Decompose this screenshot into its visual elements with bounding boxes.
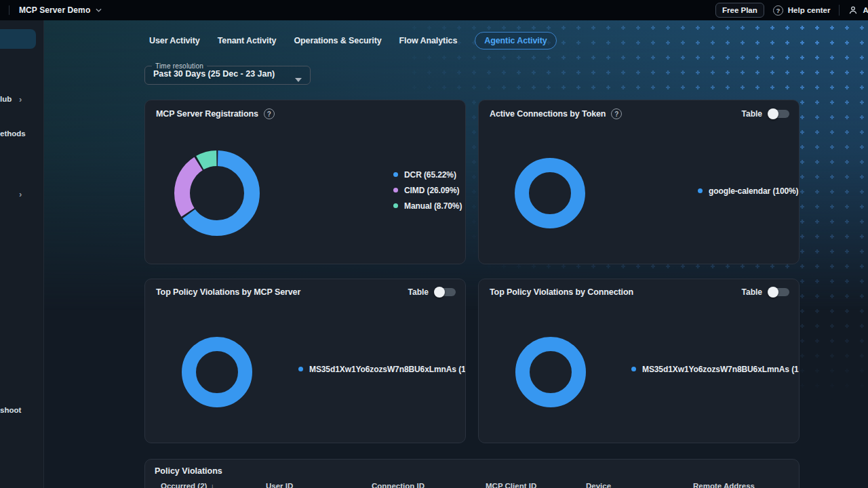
topbar: MCP Server Demo Free Plan ? Help center … [0, 0, 868, 20]
legend-item: google-calendar (100%) [698, 186, 799, 196]
legend-label: google-calendar (100%) [709, 186, 799, 196]
card-top-policy-violations-by-connection: Top Policy Violations by Connection Tabl… [478, 279, 800, 443]
sort-desc-icon: ↓ [210, 482, 214, 488]
donut-chart [173, 149, 261, 237]
sidebar-item-troubleshoot[interactable]: shoot [0, 406, 21, 414]
analytics-tabs: User Activity Tenant Activity Operations… [149, 31, 557, 50]
card-title: MCP Server Registrations [156, 109, 258, 119]
free-plan-badge[interactable]: Free Plan [715, 3, 764, 18]
legend-label: DCR (65.22%) [404, 170, 456, 180]
column-header-remote-address[interactable]: Remote Address [693, 482, 755, 488]
table-toggle-switch[interactable] [435, 288, 456, 296]
legend-label: MS35d1Xw1Yo6zozsW7n8BU6xLmnAs (100%) [309, 365, 466, 374]
legend-item: CIMD (26.09%) [393, 185, 462, 195]
table-toggle-group: Table [742, 109, 789, 119]
sidebar-item-chevron-icon[interactable]: › [19, 190, 22, 199]
table-toggle-label: Table [408, 287, 429, 297]
table-toggle-group: Table [408, 287, 456, 297]
app-shell: lub › ethods › shoot User [0, 20, 868, 488]
card-title: Active Connections by Token [490, 109, 606, 119]
legend-dot [298, 367, 303, 371]
switch-knob [434, 287, 445, 298]
table-title: Policy Violations [155, 466, 222, 476]
legend-dot [698, 188, 703, 193]
topbar-left-divider [9, 5, 9, 15]
sidebar-item-hub[interactable]: lub [0, 95, 12, 103]
topbar-right: Free Plan ? Help center Abhishe [715, 0, 868, 20]
legend-dot [393, 188, 398, 192]
chart-legend: MS35d1Xw1Yo6zozsW7n8BU6xLmnAs (100%) [298, 364, 466, 380]
time-resolution-value: Past 30 Days (25 Dec - 23 Jan) [153, 69, 310, 79]
table-toggle-group: Table [742, 287, 789, 297]
switch-knob [768, 287, 778, 298]
sidebar: lub › ethods › shoot [0, 20, 44, 488]
table-header-row: Occurred (2)↓ User ID Connection ID MCP … [145, 482, 799, 488]
card-mcp-server-registrations: MCP Server Registrations ? DCR (65.22%) … [144, 100, 466, 264]
card-header: Active Connections by Token ? Table [490, 108, 789, 119]
time-resolution-select[interactable]: Time resolution Past 30 Days (25 Dec - 2… [144, 62, 311, 85]
card-policy-violations-table: Policy Violations Occurred (2)↓ User ID … [144, 459, 800, 488]
column-header-device[interactable]: Device [586, 482, 611, 488]
table-toggle-switch[interactable] [769, 110, 789, 118]
help-center-button[interactable]: ? Help center [773, 5, 831, 16]
card-title: Top Policy Violations by MCP Server [156, 287, 300, 297]
table-toggle-switch[interactable] [769, 288, 789, 296]
legend-label: CIMD (26.09%) [404, 186, 459, 195]
legend-dot [393, 172, 398, 177]
card-top-policy-violations-by-mcp-server: Top Policy Violations by MCP Server Tabl… [144, 279, 466, 443]
tab-agentic-activity[interactable]: Agentic Activity [475, 32, 556, 49]
select-caret-icon [295, 78, 302, 82]
chart-legend: google-calendar (100%) [698, 186, 799, 201]
card-header: Top Policy Violations by MCP Server Tabl… [156, 287, 456, 297]
tab-user-activity[interactable]: User Activity [149, 36, 200, 45]
card-header: MCP Server Registrations ? [156, 108, 456, 119]
column-header-occurred[interactable]: Occurred (2)↓ [161, 482, 214, 488]
column-header-mcp-client-id[interactable]: MCP Client ID [486, 482, 536, 488]
card-title: Top Policy Violations by Connection [490, 287, 633, 297]
legend-dot [393, 203, 398, 208]
help-center-label: Help center [788, 6, 831, 14]
column-header-user-id[interactable]: User ID [266, 482, 293, 488]
sidebar-item-methods[interactable]: ethods [0, 129, 26, 138]
user-menu[interactable]: Abhishe [848, 5, 868, 15]
topbar-right-divider [839, 5, 840, 16]
help-icon: ? [773, 5, 783, 16]
table-toggle-label: Table [742, 287, 762, 297]
help-icon[interactable]: ? [264, 108, 275, 119]
workspace-name: MCP Server Demo [19, 5, 90, 15]
chart-legend: MS35d1Xw1Yo6zozsW7n8BU6xLmnAs (100%) [631, 364, 800, 380]
chevron-down-icon [96, 8, 102, 12]
sidebar-item-hub-chevron-icon: › [19, 95, 22, 104]
chart-legend: DCR (65.22%) CIMD (26.09%) Manual (8.70%… [393, 169, 462, 216]
workspace-selector[interactable]: MCP Server Demo [19, 0, 102, 20]
help-icon[interactable]: ? [611, 108, 622, 119]
column-header-connection-id[interactable]: Connection ID [372, 482, 425, 488]
switch-knob [768, 108, 778, 119]
donut-chart [514, 157, 586, 229]
sidebar-selected-item[interactable] [0, 29, 36, 49]
card-active-connections-by-token: Active Connections by Token ? Table goog… [478, 100, 800, 264]
tab-tenant-activity[interactable]: Tenant Activity [218, 36, 277, 45]
legend-dot [631, 367, 636, 371]
card-header: Top Policy Violations by Connection Tabl… [490, 287, 789, 297]
user-icon [848, 5, 858, 15]
legend-item: Manual (8.70%) [393, 201, 462, 211]
tab-flow-analytics[interactable]: Flow Analytics [399, 36, 458, 45]
donut-chart [181, 336, 253, 408]
user-name: Abhishe [863, 6, 868, 14]
tab-operations-security[interactable]: Operations & Security [294, 36, 381, 45]
legend-item: MS35d1Xw1Yo6zozsW7n8BU6xLmnAs (100%) [631, 364, 800, 374]
legend-item: DCR (65.22%) [393, 169, 462, 180]
table-toggle-label: Table [742, 109, 762, 119]
legend-item: MS35d1Xw1Yo6zozsW7n8BU6xLmnAs (100%) [298, 364, 466, 374]
main-content: User Activity Tenant Activity Operations… [44, 20, 868, 488]
legend-label: Manual (8.70%) [404, 201, 462, 211]
legend-label: MS35d1Xw1Yo6zozsW7n8BU6xLmnAs (100%) [642, 365, 800, 374]
donut-chart [515, 336, 587, 408]
